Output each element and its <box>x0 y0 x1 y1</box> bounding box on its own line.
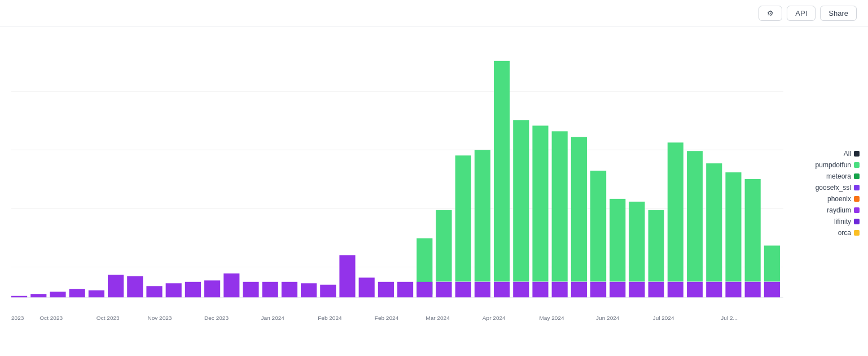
svg-text:Nov 2023: Nov 2023 <box>147 315 172 321</box>
svg-text:Dec 2023: Dec 2023 <box>204 315 229 321</box>
legend-item-pumpdotfun: pumpdotfun <box>797 161 860 169</box>
svg-rect-53 <box>668 282 683 297</box>
svg-rect-49 <box>629 282 645 297</box>
legend-label-raydium: raydium <box>827 206 851 214</box>
svg-rect-22 <box>339 255 355 297</box>
chart-area: 2023 Oct 2023 Oct 2023 Nov 2023 Dec 2023… <box>0 27 868 354</box>
svg-rect-8 <box>69 289 85 297</box>
legend-item-orca: orca <box>797 229 860 237</box>
legend-dot-pumpdotfun <box>854 162 860 168</box>
svg-rect-43 <box>571 282 587 297</box>
svg-rect-41 <box>552 282 568 297</box>
top-bar: ⚙ API Share <box>0 0 868 27</box>
legend-dot-orca <box>854 230 860 236</box>
settings-icon-button[interactable]: ⚙ <box>759 6 782 21</box>
legend-label-pumpdotfun: pumpdotfun <box>816 161 851 169</box>
legend-item-goosefx: goosefx_ssl <box>797 184 860 192</box>
svg-rect-28 <box>436 210 451 282</box>
svg-rect-59 <box>725 282 741 297</box>
svg-rect-33 <box>475 282 490 297</box>
svg-rect-57 <box>706 282 722 297</box>
svg-rect-7 <box>50 292 65 297</box>
legend-label-all: All <box>844 150 851 158</box>
svg-rect-29 <box>436 282 451 297</box>
chart-legend: All pumpdotfun meteora goosefx_ssl phoen… <box>789 33 868 354</box>
legend-dot-phoenix <box>854 196 860 202</box>
svg-rect-38 <box>532 125 548 281</box>
svg-rect-6 <box>30 294 46 297</box>
svg-rect-27 <box>417 282 432 297</box>
svg-rect-13 <box>166 283 182 297</box>
svg-rect-48 <box>629 202 645 281</box>
svg-text:Jul 2...: Jul 2... <box>721 315 738 321</box>
svg-rect-58 <box>725 172 741 281</box>
svg-rect-20 <box>301 283 317 297</box>
svg-rect-44 <box>590 171 606 281</box>
legend-dot-lifinity <box>854 219 860 224</box>
bars-chart: 2023 Oct 2023 Oct 2023 Nov 2023 Dec 2023… <box>11 33 783 325</box>
chart-main: 2023 Oct 2023 Oct 2023 Nov 2023 Dec 2023… <box>0 33 789 354</box>
svg-text:Apr 2024: Apr 2024 <box>483 315 506 321</box>
svg-rect-17 <box>243 282 258 297</box>
svg-rect-39 <box>532 282 548 297</box>
svg-rect-54 <box>687 151 703 281</box>
svg-rect-24 <box>378 282 394 297</box>
svg-rect-40 <box>552 131 568 281</box>
svg-rect-16 <box>223 273 239 297</box>
svg-rect-61 <box>745 282 761 297</box>
legend-dot-all <box>854 151 860 157</box>
svg-rect-42 <box>571 137 587 281</box>
svg-rect-46 <box>610 199 625 281</box>
legend-item-phoenix: phoenix <box>797 195 860 203</box>
svg-rect-47 <box>610 282 625 297</box>
legend-item-raydium: raydium <box>797 206 860 214</box>
svg-text:Jun 2024: Jun 2024 <box>596 315 620 321</box>
share-button[interactable]: Share <box>820 6 857 21</box>
legend-item-all: All <box>797 150 860 158</box>
svg-rect-32 <box>475 150 490 281</box>
svg-rect-21 <box>320 285 336 297</box>
legend-item-meteora: meteora <box>797 172 860 180</box>
svg-rect-11 <box>127 276 143 297</box>
svg-rect-34 <box>494 61 510 281</box>
svg-rect-30 <box>455 155 471 281</box>
svg-rect-25 <box>397 282 413 297</box>
svg-rect-62 <box>764 246 780 282</box>
svg-rect-50 <box>648 210 664 282</box>
svg-text:2023: 2023 <box>11 315 24 321</box>
legend-label-meteora: meteora <box>826 172 851 180</box>
legend-dot-meteora <box>854 173 860 179</box>
svg-rect-14 <box>185 282 201 297</box>
svg-rect-5 <box>11 296 27 297</box>
legend-dot-goosefx <box>854 185 860 190</box>
svg-text:Mar 2024: Mar 2024 <box>426 315 450 321</box>
svg-text:Feb 2024: Feb 2024 <box>375 315 399 321</box>
svg-text:May 2024: May 2024 <box>539 315 564 321</box>
svg-text:Feb 2024: Feb 2024 <box>318 315 342 321</box>
svg-rect-36 <box>513 120 529 281</box>
svg-rect-37 <box>513 282 529 297</box>
svg-rect-31 <box>455 282 471 297</box>
svg-text:Oct 2023: Oct 2023 <box>97 315 120 321</box>
svg-rect-18 <box>262 282 278 297</box>
legend-label-phoenix: phoenix <box>827 195 851 203</box>
svg-rect-10 <box>108 275 124 297</box>
svg-rect-60 <box>745 179 761 281</box>
svg-rect-35 <box>494 282 510 297</box>
svg-rect-56 <box>706 163 722 281</box>
svg-rect-52 <box>668 142 683 281</box>
svg-rect-51 <box>648 282 664 297</box>
svg-rect-45 <box>590 282 606 297</box>
svg-rect-19 <box>282 282 297 297</box>
svg-rect-9 <box>89 290 104 297</box>
legend-item-lifinity: lifinity <box>797 218 860 225</box>
svg-text:Jan 2024: Jan 2024 <box>261 315 285 321</box>
legend-label-goosefx: goosefx_ssl <box>816 184 851 192</box>
legend-label-lifinity: lifinity <box>834 218 851 225</box>
svg-rect-55 <box>687 282 703 297</box>
svg-rect-23 <box>359 277 375 297</box>
api-button[interactable]: API <box>787 6 816 21</box>
svg-text:Jul 2024: Jul 2024 <box>653 315 674 321</box>
legend-dot-raydium <box>854 207 860 213</box>
legend-label-orca: orca <box>838 229 851 237</box>
